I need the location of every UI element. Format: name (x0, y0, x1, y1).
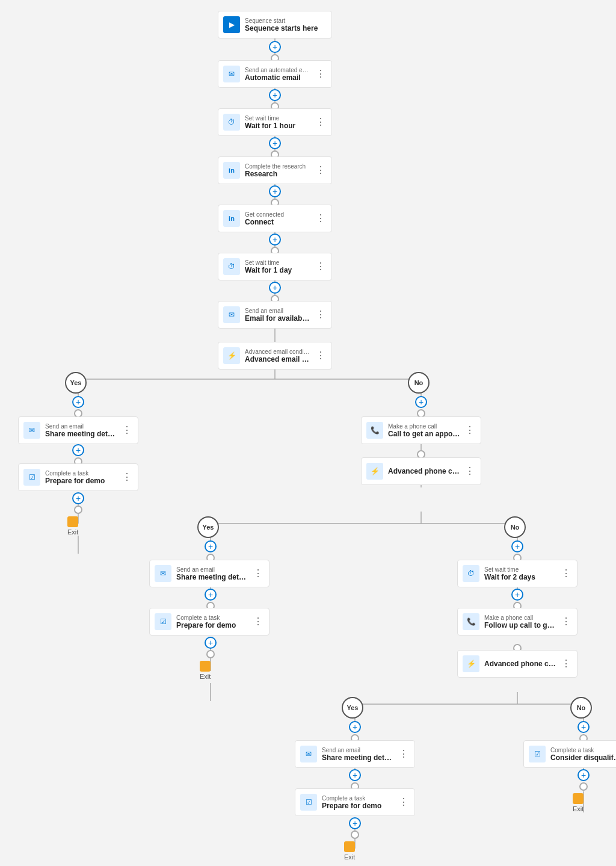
share-meeting-yes3-more[interactable]: ⋮ (399, 749, 408, 759)
add-btn-yes1[interactable]: + (72, 396, 84, 408)
add-btn-yes2[interactable]: + (72, 444, 84, 456)
no-label-3: No (570, 697, 592, 719)
advanced-email-title: Advanced email conditions (245, 355, 311, 363)
automatic-email-text: Send an automated email Automatic email (245, 67, 311, 82)
wait-1hour-subtitle: Set wait time (245, 115, 311, 122)
prepare-demo-yes2-subtitle: Complete a task (176, 614, 248, 621)
exit-icon-2 (200, 661, 211, 672)
circle-yes3 (74, 506, 82, 514)
email-glyph: ✉ (229, 70, 235, 78)
add-btn-no2-2[interactable]: + (511, 589, 523, 601)
wait-1day-more[interactable]: ⋮ (316, 262, 325, 271)
prepare-demo-yes3-node: ☑ Complete a task Prepare for demo ⋮ (295, 788, 415, 816)
add-btn-yes2-2[interactable]: + (205, 589, 217, 601)
add-btn-3[interactable]: + (269, 137, 281, 149)
prepare-demo-glyph-3: ☑ (306, 798, 312, 806)
sequence-start-subtitle: Sequence start (245, 17, 325, 24)
add-btn-yes3[interactable]: + (72, 492, 84, 504)
prepare-demo-yes2-more[interactable]: ⋮ (253, 617, 263, 626)
prepare-demo-icon-2: ☑ (155, 613, 171, 630)
exit-label-3: Exit (344, 853, 355, 861)
add-btn-yes3-2[interactable]: + (349, 769, 361, 781)
call-appointment-text: Make a phone call Call to get an appoint… (388, 423, 460, 438)
wait-glyph-3: ⏱ (467, 569, 475, 578)
add-btn-yes2-3[interactable]: + (205, 637, 217, 649)
research-subtitle: Complete the research (245, 163, 311, 170)
email-timeslots-title: Email for available time slots (245, 314, 311, 323)
wait-glyph-1: ⏱ (228, 118, 235, 126)
add-btn-no3-2[interactable]: + (578, 769, 590, 781)
email-icon: ✉ (223, 66, 240, 82)
automatic-email-node: ✉ Send an automated email Automatic emai… (218, 60, 332, 88)
email-timeslots-more[interactable]: ⋮ (316, 310, 325, 320)
share-meeting-yes3-text: Send an email Share meeting details (322, 747, 394, 762)
prepare-demo-yes-text: Complete a task Prepare for demo (45, 470, 117, 485)
add-btn-yes3-3[interactable]: + (349, 817, 361, 829)
connect-more[interactable]: ⋮ (316, 214, 325, 223)
add-btn-no1[interactable]: + (415, 396, 427, 408)
exit-node-3: Exit (344, 841, 355, 861)
share-meeting-yes2-more[interactable]: ⋮ (253, 569, 263, 578)
share-meeting-icon-1: ✉ (23, 422, 40, 439)
prepare-demo-yes3-more[interactable]: ⋮ (399, 797, 408, 807)
email-timeslots-node: ✉ Send an email Email for available time… (218, 301, 332, 329)
advanced-email-glyph: ⚡ (227, 351, 236, 360)
research-node: in Complete the research Research ⋮ (218, 156, 332, 184)
advanced-email-text: Advanced email conditions Advanced email… (245, 348, 311, 363)
wait-2days-node: ⏱ Set wait time Wait for 2 days ⋮ (457, 560, 578, 587)
wait-2days-more[interactable]: ⋮ (561, 569, 571, 578)
prepare-demo-yes-title: Prepare for demo (45, 477, 117, 485)
share-meeting-yes-title: Share meeting details (45, 430, 117, 438)
circle-no3-2 (579, 782, 588, 791)
share-meeting-icon-2: ✉ (155, 565, 171, 582)
add-btn-1[interactable]: + (269, 41, 281, 53)
advanced-phone-2-text: Advanced phone condition (484, 660, 556, 668)
call-appointment-subtitle: Make a phone call (388, 423, 460, 430)
add-btn-yes3-1[interactable]: + (349, 721, 361, 733)
timeslot-icon: ✉ (223, 306, 240, 323)
advanced-phone-glyph-1: ⚡ (371, 467, 380, 475)
share-meeting-icon-3: ✉ (300, 746, 317, 762)
prepare-demo-glyph-2: ☑ (160, 617, 167, 626)
sequence-start-node: ▶ Sequence start Sequence starts here (218, 11, 332, 39)
advanced-phone-2-more[interactable]: ⋮ (561, 659, 571, 669)
connect-text: Get connected Connect (245, 211, 311, 226)
prepare-demo-yes2-text: Complete a task Prepare for demo (176, 614, 248, 629)
prepare-demo-yes-more[interactable]: ⋮ (122, 472, 132, 482)
yes-label-3: Yes (342, 697, 363, 719)
add-btn-5[interactable]: + (269, 234, 281, 246)
followup-call-more[interactable]: ⋮ (561, 617, 571, 626)
wait-icon-1: ⏱ (223, 114, 240, 131)
add-btn-no3-1[interactable]: + (578, 721, 590, 733)
wait-1hour-more[interactable]: ⋮ (316, 117, 325, 127)
add-btn-4[interactable]: + (269, 185, 281, 197)
share-meeting-yes-more[interactable]: ⋮ (122, 425, 132, 435)
advanced-phone-1-more[interactable]: ⋮ (465, 466, 475, 476)
call-icon-1: 📞 (366, 422, 383, 439)
share-meeting-yes3-node: ✉ Send an email Share meeting details ⋮ (295, 740, 415, 768)
prepare-demo-yes-subtitle: Complete a task (45, 470, 117, 477)
email-timeslots-subtitle: Send an email (245, 308, 311, 314)
add-btn-yes2-1[interactable]: + (205, 540, 217, 552)
exit-node-4: Exit (573, 793, 584, 812)
timeslot-glyph: ✉ (229, 311, 235, 319)
call-appointment-more[interactable]: ⋮ (465, 425, 475, 435)
add-btn-no2-1[interactable]: + (511, 540, 523, 552)
yes-label-1: Yes (65, 372, 87, 394)
wait-1day-subtitle: Set wait time (245, 259, 311, 266)
exit-node-1: Exit (67, 516, 78, 536)
research-more[interactable]: ⋮ (316, 165, 325, 175)
advanced-phone-2-title: Advanced phone condition (484, 660, 556, 668)
add-btn-6[interactable]: + (269, 282, 281, 294)
prepare-demo-yes2-title: Prepare for demo (176, 621, 248, 629)
automatic-email-title: Automatic email (245, 73, 311, 82)
share-meeting-yes3-subtitle: Send an email (322, 747, 394, 753)
exit-icon-3 (344, 841, 355, 852)
followup-call-text: Make a phone call Follow up call to get … (484, 614, 556, 629)
no-label-1: No (408, 372, 430, 394)
advanced-email-more[interactable]: ⋮ (316, 351, 325, 360)
disqualify-node: ☑ Complete a task Consider disqualifying… (523, 740, 616, 768)
add-btn-2[interactable]: + (269, 89, 281, 101)
disqualify-title: Consider disqualifying the customer (550, 753, 616, 762)
automatic-email-more[interactable]: ⋮ (316, 69, 325, 79)
